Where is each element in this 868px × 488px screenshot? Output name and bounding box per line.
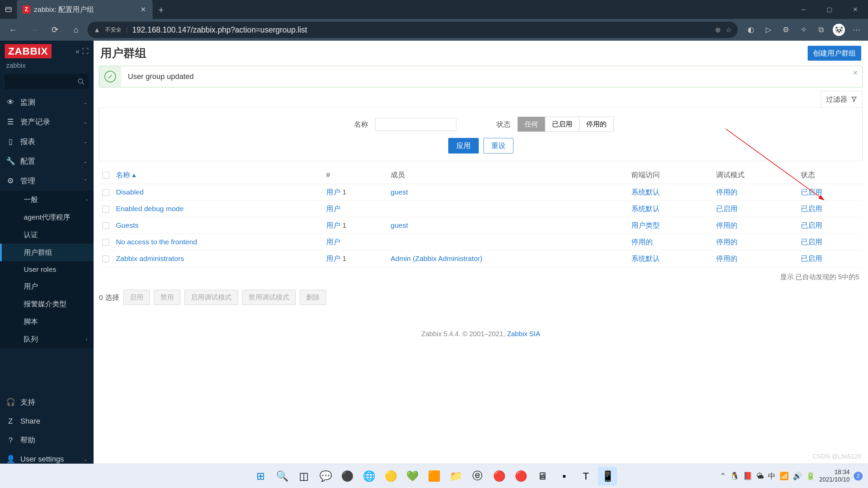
status-disabled[interactable]: 停用的 — [579, 117, 613, 131]
users-link[interactable]: 用户 — [326, 221, 340, 229]
status-link[interactable]: 已启用 — [801, 255, 822, 262]
status-link[interactable]: 已启用 — [801, 188, 822, 196]
close-icon[interactable]: ✕ — [139, 5, 147, 14]
close-window-button[interactable]: ✕ — [842, 0, 868, 19]
filter-toggle[interactable]: 过滤器 — [821, 91, 863, 107]
subnav-userroles[interactable]: User roles — [0, 261, 94, 278]
zabbix-logo[interactable]: ZABBIX — [5, 44, 52, 58]
explorer-icon[interactable]: 📁 — [446, 467, 465, 486]
wechat-icon[interactable]: 💚 — [403, 467, 422, 486]
collapse-icon[interactable]: « — [76, 47, 79, 55]
tab-actions-icon[interactable] — [0, 0, 17, 19]
sidebar-item-admin[interactable]: ⚙ 管理⌃ — [0, 171, 94, 191]
status-enabled[interactable]: 已启用 — [545, 117, 579, 131]
ext-icon-2[interactable]: ▷ — [760, 22, 776, 38]
subnav-queue[interactable]: 队列› — [0, 330, 94, 348]
profile-avatar[interactable]: 🐼 — [831, 22, 847, 38]
sidebar-item-monitor[interactable]: 👁 监测⌄ — [0, 93, 94, 112]
debug-link[interactable]: 停用的 — [716, 238, 737, 246]
group-name-link[interactable]: Disabled — [116, 188, 144, 196]
debug-link[interactable]: 已启用 — [716, 205, 737, 212]
subnav-users[interactable]: 用户 — [0, 278, 94, 295]
debug-link[interactable]: 停用的 — [716, 188, 737, 196]
popout-icon[interactable]: ⛶ — [82, 47, 89, 55]
debug-link[interactable]: 停用的 — [716, 255, 737, 262]
row-checkbox[interactable] — [102, 206, 109, 212]
favorite-icon[interactable]: ☆ — [726, 26, 732, 34]
maximize-button[interactable]: ▢ — [816, 0, 842, 19]
bulk-disable-debug[interactable]: 禁用调试模式 — [242, 290, 296, 305]
vm-icon[interactable]: 🖥 — [533, 467, 552, 486]
row-checkbox[interactable] — [102, 189, 109, 196]
create-usergroup-button[interactable]: 创建用户群组 — [808, 46, 861, 61]
favorites-icon[interactable]: ✧ — [795, 22, 812, 38]
netease-icon[interactable]: 🔴 — [511, 467, 530, 486]
subnav-usergroups[interactable]: 用户群组 — [0, 244, 94, 261]
frontend-link[interactable]: 系统默认 — [631, 205, 660, 212]
row-checkbox[interactable] — [102, 256, 109, 262]
member-link[interactable]: Admin (Zabbix Administrator) — [391, 255, 482, 262]
filter-name-input[interactable] — [375, 118, 456, 131]
typora-icon[interactable]: T — [576, 467, 595, 486]
status-any[interactable]: 任何 — [518, 117, 545, 131]
bulk-enable-debug[interactable]: 启用调试模式 — [184, 290, 238, 305]
debug-link[interactable]: 停用的 — [716, 221, 737, 229]
url-input[interactable]: ▲ 不安全 | 192.168.100.147/zabbix.php?actio… — [87, 22, 738, 38]
app-icon-1[interactable]: 🟡 — [381, 467, 400, 486]
status-link[interactable]: 已启用 — [801, 238, 822, 246]
sidebar-item-inventory[interactable]: ☰ 资产记录⌄ — [0, 112, 94, 132]
taskview-icon[interactable]: ◫ — [294, 467, 313, 486]
filter-apply-button[interactable]: 应用 — [448, 138, 479, 154]
browser-tab[interactable]: Z zabbix: 配置用户组 ✕ — [17, 0, 153, 19]
frontend-link[interactable]: 系统默认 — [631, 255, 660, 262]
collections-icon[interactable]: ⧉ — [813, 22, 829, 38]
sidebar-support[interactable]: 🎧支持 — [0, 392, 94, 412]
tray-app1[interactable]: 📕 — [743, 472, 752, 481]
bulk-enable[interactable]: 启用 — [123, 290, 150, 305]
forward-button[interactable]: → — [24, 20, 43, 39]
select-all-checkbox[interactable] — [102, 172, 109, 179]
chat-icon[interactable]: 💬 — [316, 467, 335, 486]
sidebar-item-config[interactable]: 🔧 配置⌄ — [0, 151, 94, 171]
users-link[interactable]: 用户 — [326, 238, 340, 246]
subnav-general[interactable]: 一般› — [0, 191, 94, 208]
member-link[interactable]: guest — [391, 221, 408, 229]
sidebar-help[interactable]: ?帮助 — [0, 430, 94, 450]
minimize-button[interactable]: ─ — [791, 0, 816, 19]
frontend-link[interactable]: 用户类型 — [631, 221, 660, 229]
ie-icon[interactable]: ⓔ — [468, 467, 487, 486]
start-button[interactable]: ⊞ — [251, 467, 270, 486]
edge-icon[interactable]: 🌐 — [359, 467, 378, 486]
volume-icon[interactable]: 🔊 — [793, 472, 802, 481]
tray-qq[interactable]: 🐧 — [730, 472, 739, 481]
row-checkbox[interactable] — [102, 222, 109, 229]
group-name-link[interactable]: Guests — [116, 221, 139, 229]
users-link[interactable]: 用户 — [326, 255, 340, 262]
status-link[interactable]: 已启用 — [801, 205, 822, 212]
tray-ime[interactable]: 中 — [768, 471, 775, 481]
filter-reset-button[interactable]: 重设 — [484, 138, 513, 154]
subnav-proxies[interactable]: agent代理程序 — [0, 208, 94, 226]
group-name-link[interactable]: Enabled debug mode — [116, 205, 184, 212]
tray-app2[interactable]: 🌥 — [756, 472, 764, 481]
clock[interactable]: 18:34 2021/10/10 — [819, 469, 850, 483]
wifi-icon[interactable]: 📶 — [780, 472, 789, 481]
zoom-icon[interactable]: ⊕ — [715, 26, 721, 34]
steam-icon[interactable]: ⚫ — [338, 467, 357, 486]
frontend-link[interactable]: 停用的 — [631, 238, 653, 246]
battery-icon[interactable]: 🔋 — [806, 472, 815, 481]
footer-link[interactable]: Zabbix SIA — [507, 330, 540, 338]
member-link[interactable]: guest — [391, 188, 408, 196]
users-link[interactable]: 用户 — [326, 188, 340, 196]
bulk-disable[interactable]: 禁用 — [154, 290, 180, 305]
col-name[interactable]: 名称 ▴ — [113, 166, 323, 184]
frontend-link[interactable]: 系统默认 — [631, 188, 660, 196]
sidebar-item-reports[interactable]: ▯ 报表⌄ — [0, 132, 94, 151]
new-tab-button[interactable]: ＋ — [153, 4, 170, 16]
reload-button[interactable]: ⟳ — [45, 20, 64, 39]
users-link[interactable]: 用户 — [326, 205, 340, 212]
sidebar-share[interactable]: ZShare — [0, 412, 94, 430]
alert-close-icon[interactable]: ✕ — [852, 69, 858, 77]
chrome-icon[interactable]: 🔴 — [490, 467, 509, 486]
subnav-scripts[interactable]: 脚本 — [0, 313, 94, 330]
